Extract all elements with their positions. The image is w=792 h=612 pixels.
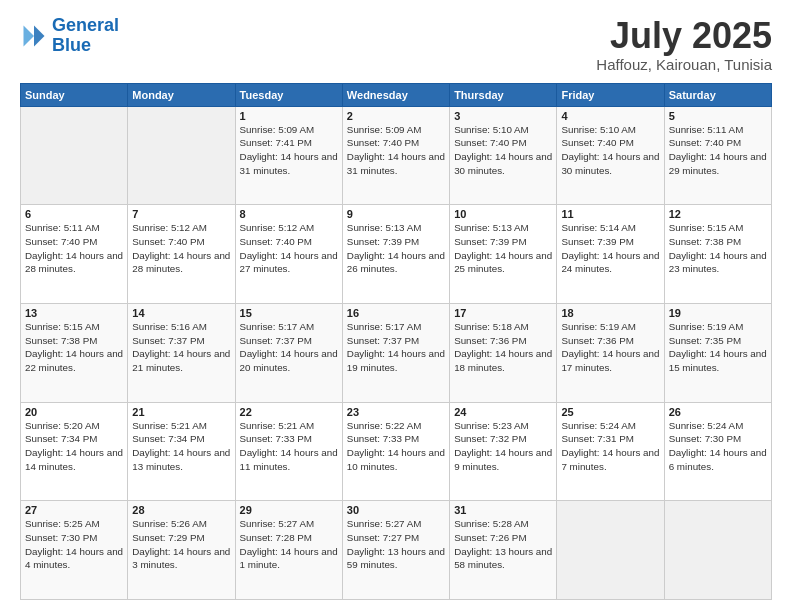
- day-number: 9: [347, 208, 445, 220]
- calendar-header-thursday: Thursday: [450, 83, 557, 106]
- day-info: Sunrise: 5:13 AMSunset: 7:39 PMDaylight:…: [347, 221, 445, 276]
- calendar-cell: 14Sunrise: 5:16 AMSunset: 7:37 PMDayligh…: [128, 303, 235, 402]
- calendar-cell: [128, 106, 235, 205]
- calendar-cell: 1Sunrise: 5:09 AMSunset: 7:41 PMDaylight…: [235, 106, 342, 205]
- day-info: Sunrise: 5:19 AMSunset: 7:35 PMDaylight:…: [669, 320, 767, 375]
- calendar-row-2: 13Sunrise: 5:15 AMSunset: 7:38 PMDayligh…: [21, 303, 772, 402]
- day-info: Sunrise: 5:24 AMSunset: 7:31 PMDaylight:…: [561, 419, 659, 474]
- calendar-cell: 18Sunrise: 5:19 AMSunset: 7:36 PMDayligh…: [557, 303, 664, 402]
- calendar-cell: 30Sunrise: 5:27 AMSunset: 7:27 PMDayligh…: [342, 501, 449, 600]
- calendar-header-monday: Monday: [128, 83, 235, 106]
- day-info: Sunrise: 5:10 AMSunset: 7:40 PMDaylight:…: [454, 123, 552, 178]
- day-number: 27: [25, 504, 123, 516]
- day-info: Sunrise: 5:09 AMSunset: 7:40 PMDaylight:…: [347, 123, 445, 178]
- svg-marker-1: [24, 25, 35, 46]
- day-number: 30: [347, 504, 445, 516]
- day-number: 23: [347, 406, 445, 418]
- calendar-cell: [557, 501, 664, 600]
- calendar-cell: [664, 501, 771, 600]
- day-info: Sunrise: 5:20 AMSunset: 7:34 PMDaylight:…: [25, 419, 123, 474]
- calendar-cell: 29Sunrise: 5:27 AMSunset: 7:28 PMDayligh…: [235, 501, 342, 600]
- day-info: Sunrise: 5:12 AMSunset: 7:40 PMDaylight:…: [240, 221, 338, 276]
- day-number: 29: [240, 504, 338, 516]
- day-info: Sunrise: 5:17 AMSunset: 7:37 PMDaylight:…: [240, 320, 338, 375]
- day-number: 14: [132, 307, 230, 319]
- day-number: 25: [561, 406, 659, 418]
- calendar-cell: [21, 106, 128, 205]
- day-number: 7: [132, 208, 230, 220]
- day-info: Sunrise: 5:21 AMSunset: 7:33 PMDaylight:…: [240, 419, 338, 474]
- day-info: Sunrise: 5:24 AMSunset: 7:30 PMDaylight:…: [669, 419, 767, 474]
- logo-text: General Blue: [52, 16, 119, 56]
- day-number: 19: [669, 307, 767, 319]
- calendar-table: SundayMondayTuesdayWednesdayThursdayFrid…: [20, 83, 772, 600]
- calendar-cell: 23Sunrise: 5:22 AMSunset: 7:33 PMDayligh…: [342, 402, 449, 501]
- calendar-cell: 21Sunrise: 5:21 AMSunset: 7:34 PMDayligh…: [128, 402, 235, 501]
- calendar-cell: 22Sunrise: 5:21 AMSunset: 7:33 PMDayligh…: [235, 402, 342, 501]
- calendar-cell: 28Sunrise: 5:26 AMSunset: 7:29 PMDayligh…: [128, 501, 235, 600]
- calendar-row-4: 27Sunrise: 5:25 AMSunset: 7:30 PMDayligh…: [21, 501, 772, 600]
- day-number: 28: [132, 504, 230, 516]
- calendar-cell: 8Sunrise: 5:12 AMSunset: 7:40 PMDaylight…: [235, 205, 342, 304]
- calendar-cell: 25Sunrise: 5:24 AMSunset: 7:31 PMDayligh…: [557, 402, 664, 501]
- day-number: 20: [25, 406, 123, 418]
- calendar-cell: 11Sunrise: 5:14 AMSunset: 7:39 PMDayligh…: [557, 205, 664, 304]
- calendar-cell: 31Sunrise: 5:28 AMSunset: 7:26 PMDayligh…: [450, 501, 557, 600]
- day-info: Sunrise: 5:09 AMSunset: 7:41 PMDaylight:…: [240, 123, 338, 178]
- day-info: Sunrise: 5:18 AMSunset: 7:36 PMDaylight:…: [454, 320, 552, 375]
- calendar-cell: 26Sunrise: 5:24 AMSunset: 7:30 PMDayligh…: [664, 402, 771, 501]
- calendar-cell: 24Sunrise: 5:23 AMSunset: 7:32 PMDayligh…: [450, 402, 557, 501]
- day-info: Sunrise: 5:12 AMSunset: 7:40 PMDaylight:…: [132, 221, 230, 276]
- day-number: 15: [240, 307, 338, 319]
- day-info: Sunrise: 5:27 AMSunset: 7:28 PMDaylight:…: [240, 517, 338, 572]
- title-block: July 2025 Haffouz, Kairouan, Tunisia: [596, 16, 772, 73]
- calendar-cell: 12Sunrise: 5:15 AMSunset: 7:38 PMDayligh…: [664, 205, 771, 304]
- day-info: Sunrise: 5:21 AMSunset: 7:34 PMDaylight:…: [132, 419, 230, 474]
- day-info: Sunrise: 5:27 AMSunset: 7:27 PMDaylight:…: [347, 517, 445, 572]
- day-info: Sunrise: 5:11 AMSunset: 7:40 PMDaylight:…: [669, 123, 767, 178]
- day-number: 26: [669, 406, 767, 418]
- day-number: 1: [240, 110, 338, 122]
- day-info: Sunrise: 5:14 AMSunset: 7:39 PMDaylight:…: [561, 221, 659, 276]
- day-number: 5: [669, 110, 767, 122]
- logo: General Blue: [20, 16, 119, 56]
- logo-general: General: [52, 15, 119, 35]
- day-number: 12: [669, 208, 767, 220]
- day-info: Sunrise: 5:17 AMSunset: 7:37 PMDaylight:…: [347, 320, 445, 375]
- logo-icon: [20, 22, 48, 50]
- calendar-cell: 10Sunrise: 5:13 AMSunset: 7:39 PMDayligh…: [450, 205, 557, 304]
- day-number: 10: [454, 208, 552, 220]
- day-info: Sunrise: 5:28 AMSunset: 7:26 PMDaylight:…: [454, 517, 552, 572]
- day-info: Sunrise: 5:26 AMSunset: 7:29 PMDaylight:…: [132, 517, 230, 572]
- day-info: Sunrise: 5:23 AMSunset: 7:32 PMDaylight:…: [454, 419, 552, 474]
- day-number: 2: [347, 110, 445, 122]
- day-number: 18: [561, 307, 659, 319]
- calendar-header-saturday: Saturday: [664, 83, 771, 106]
- day-info: Sunrise: 5:11 AMSunset: 7:40 PMDaylight:…: [25, 221, 123, 276]
- day-info: Sunrise: 5:13 AMSunset: 7:39 PMDaylight:…: [454, 221, 552, 276]
- calendar-cell: 13Sunrise: 5:15 AMSunset: 7:38 PMDayligh…: [21, 303, 128, 402]
- day-number: 13: [25, 307, 123, 319]
- calendar-header-wednesday: Wednesday: [342, 83, 449, 106]
- day-number: 4: [561, 110, 659, 122]
- calendar-cell: 6Sunrise: 5:11 AMSunset: 7:40 PMDaylight…: [21, 205, 128, 304]
- calendar-cell: 9Sunrise: 5:13 AMSunset: 7:39 PMDaylight…: [342, 205, 449, 304]
- calendar-row-1: 6Sunrise: 5:11 AMSunset: 7:40 PMDaylight…: [21, 205, 772, 304]
- calendar-cell: 16Sunrise: 5:17 AMSunset: 7:37 PMDayligh…: [342, 303, 449, 402]
- calendar-cell: 27Sunrise: 5:25 AMSunset: 7:30 PMDayligh…: [21, 501, 128, 600]
- calendar-cell: 15Sunrise: 5:17 AMSunset: 7:37 PMDayligh…: [235, 303, 342, 402]
- day-number: 16: [347, 307, 445, 319]
- page: General Blue July 2025 Haffouz, Kairouan…: [0, 0, 792, 612]
- calendar-cell: 19Sunrise: 5:19 AMSunset: 7:35 PMDayligh…: [664, 303, 771, 402]
- month-title: July 2025: [596, 16, 772, 56]
- calendar-cell: 20Sunrise: 5:20 AMSunset: 7:34 PMDayligh…: [21, 402, 128, 501]
- calendar-cell: 7Sunrise: 5:12 AMSunset: 7:40 PMDaylight…: [128, 205, 235, 304]
- header: General Blue July 2025 Haffouz, Kairouan…: [20, 16, 772, 73]
- calendar-row-3: 20Sunrise: 5:20 AMSunset: 7:34 PMDayligh…: [21, 402, 772, 501]
- calendar-cell: 17Sunrise: 5:18 AMSunset: 7:36 PMDayligh…: [450, 303, 557, 402]
- calendar-header-friday: Friday: [557, 83, 664, 106]
- calendar-cell: 4Sunrise: 5:10 AMSunset: 7:40 PMDaylight…: [557, 106, 664, 205]
- calendar-header-sunday: Sunday: [21, 83, 128, 106]
- logo-blue: Blue: [52, 36, 119, 56]
- calendar-header-tuesday: Tuesday: [235, 83, 342, 106]
